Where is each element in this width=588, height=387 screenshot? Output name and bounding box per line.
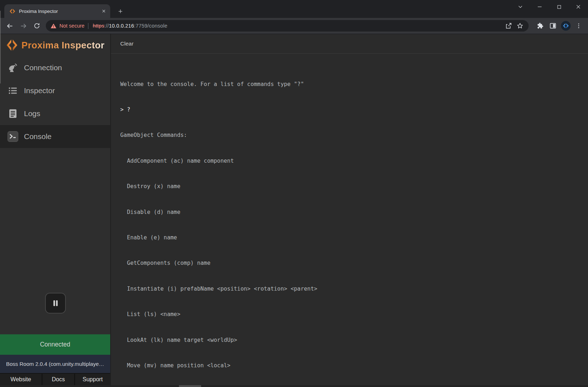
browser-window: Proxima Inspector [0, 0, 588, 387]
console-line: Welcome to the console. For a list of co… [120, 80, 582, 89]
menu-dots-icon[interactable] [572, 19, 585, 32]
sidebar-item-connection[interactable]: Connection [0, 56, 110, 79]
terminal-icon [7, 131, 19, 142]
minimize-button[interactable] [530, 0, 549, 14]
console-line: LookAt (lk) name target <worldUp> [120, 336, 582, 345]
console-line: > ? [120, 106, 582, 114]
new-tab-button[interactable] [115, 6, 125, 16]
brand: Proxima Inspector [0, 34, 110, 56]
connection-status-badge: Connected [0, 334, 110, 355]
sidebar-item-label: Inspector [24, 86, 55, 95]
sidebar-item-console[interactable]: Console [0, 125, 110, 148]
console-line: GetComponents (comp) name [120, 259, 582, 268]
proxima-favicon-icon [9, 8, 15, 14]
sidebar-item-inspector[interactable]: Inspector [0, 79, 110, 102]
close-button[interactable] [569, 0, 588, 14]
reload-button[interactable] [31, 20, 43, 32]
maximize-button[interactable] [549, 0, 569, 14]
document-icon [7, 109, 19, 119]
website-link[interactable]: Website [0, 374, 42, 385]
proxima-logo-icon [6, 38, 18, 52]
proxima-extension-icon[interactable] [559, 19, 572, 32]
back-button[interactable] [4, 20, 16, 32]
horizontal-scrollbar[interactable] [0, 385, 588, 387]
list-icon [7, 86, 19, 95]
tab-search-chevron-icon[interactable] [511, 0, 530, 14]
console-line: Disable (d) name [120, 208, 582, 217]
support-link[interactable]: Support [75, 374, 110, 385]
window-controls [511, 0, 588, 14]
console-line: GameObject Commands: [120, 131, 582, 140]
pause-button[interactable] [45, 293, 66, 314]
console-line: List (ls) <name> [120, 310, 582, 319]
console-output[interactable]: Welcome to the console. For a list of co… [111, 54, 588, 387]
side-panel-icon[interactable] [546, 19, 559, 32]
url-divider [88, 23, 88, 29]
share-icon[interactable] [503, 20, 514, 32]
extensions-puzzle-icon[interactable] [534, 19, 546, 32]
address-bar[interactable]: Not secure https://10.0.0.216:7759/conso… [46, 20, 529, 32]
sidebar-item-label: Console [24, 132, 52, 141]
forward-button[interactable] [17, 20, 29, 32]
project-info-bar: Boss Room 2.0.4 (com.unity.multiplaye… [0, 355, 110, 373]
docs-link[interactable]: Docs [43, 374, 74, 385]
console-line: Enable (e) name [120, 234, 582, 242]
sidebar-footer: Website Docs Support [0, 373, 110, 385]
console-panel: Clear Welcome to the console. For a list… [111, 34, 588, 387]
security-label[interactable]: Not secure [59, 23, 84, 29]
proxima-app: Proxima Inspector [0, 34, 588, 387]
browser-tab-strip: Proxima Inspector [0, 0, 588, 18]
sidebar-item-label: Connection [24, 63, 62, 72]
tab-title: Proxima Inspector [19, 9, 100, 14]
warning-triangle-icon [50, 23, 57, 29]
browser-toolbar: Not secure https://10.0.0.216:7759/conso… [0, 18, 588, 34]
console-line: Instantiate (i) prefabName <position> <r… [120, 285, 582, 293]
horizontal-scrollbar-thumb[interactable] [179, 385, 201, 387]
sidebar: Proxima Inspector [0, 34, 111, 387]
window-edge-highlight [0, 11, 1, 83]
tab-close-icon[interactable] [100, 8, 107, 15]
console-line: Destroy (x) name [120, 182, 582, 191]
clear-button[interactable]: Clear [120, 40, 133, 47]
console-line: AddComponent (ac) name component [120, 157, 582, 166]
sidebar-item-logs[interactable]: Logs [0, 102, 110, 125]
url-text[interactable]: https://10.0.0.216:7759/console [93, 23, 167, 29]
pause-icon [51, 298, 60, 308]
console-toolbar: Clear [111, 34, 588, 54]
sidebar-item-label: Logs [24, 109, 40, 118]
console-line: Move (mv) name position <local> [120, 362, 582, 370]
brand-title: Proxima Inspector [21, 40, 105, 51]
sidebar-nav: Connection Inspector [0, 56, 110, 148]
browser-tab[interactable]: Proxima Inspector [4, 4, 110, 18]
satellite-dish-icon [7, 63, 19, 73]
bookmark-star-icon[interactable] [514, 20, 526, 32]
